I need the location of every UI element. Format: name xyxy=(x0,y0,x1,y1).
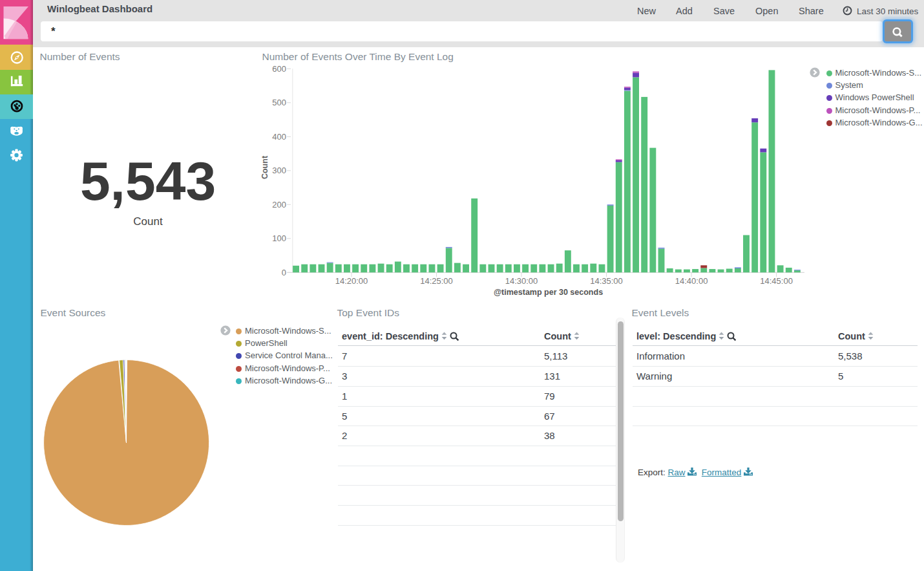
svg-text:500: 500 xyxy=(272,98,286,107)
svg-text:400: 400 xyxy=(272,132,286,142)
svg-text:14:45:00: 14:45:00 xyxy=(760,276,793,286)
svg-text:100: 100 xyxy=(272,233,286,243)
svg-text:0: 0 xyxy=(282,268,286,277)
svg-text:600: 600 xyxy=(272,64,286,74)
svg-text:@timestamp per 30 seconds: @timestamp per 30 seconds xyxy=(494,288,603,297)
svg-text:Count: Count xyxy=(260,155,269,179)
svg-text:200: 200 xyxy=(272,200,286,210)
svg-text:14:20:00: 14:20:00 xyxy=(335,276,368,286)
svg-text:14:40:00: 14:40:00 xyxy=(675,276,708,286)
svg-text:14:35:00: 14:35:00 xyxy=(590,276,623,286)
svg-text:300: 300 xyxy=(272,166,286,175)
svg-text:14:25:00: 14:25:00 xyxy=(420,276,453,286)
svg-text:14:30:00: 14:30:00 xyxy=(505,276,538,286)
